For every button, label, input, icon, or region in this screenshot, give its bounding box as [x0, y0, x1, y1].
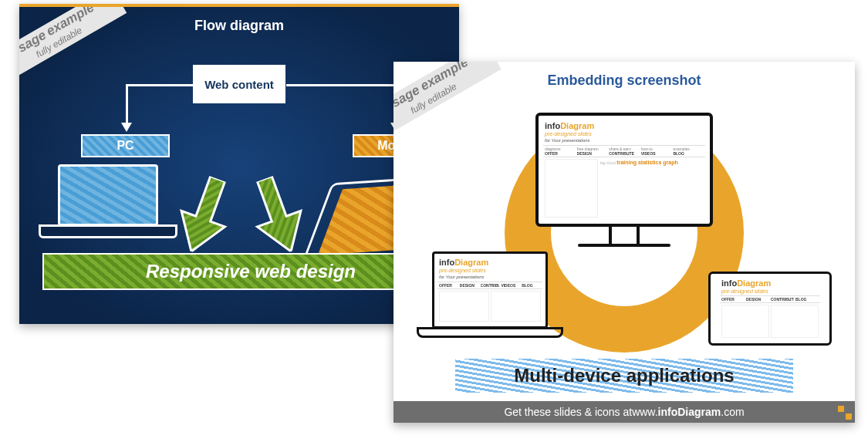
arrow-down-icon: [121, 123, 132, 132]
tablet-icon: infoDiagram pre-designed slides OFFER DE…: [708, 272, 832, 346]
laptop-icon: infoDiagram pre-designed slides for Your…: [417, 251, 563, 349]
pc-tag: PC: [81, 134, 170, 157]
site-nav: diagramsOFFER free diagramDESIGN share &…: [543, 145, 705, 157]
slide1-title: Flow diagram: [19, 18, 459, 34]
logo-corner-icon: [838, 406, 852, 420]
footer-bar: Get these slides & icons at www.infoDiag…: [393, 401, 855, 423]
multi-device-applications-bar: Multi-device applications: [455, 359, 793, 393]
web-content-box: Web content: [193, 65, 285, 103]
connector-line: [286, 84, 397, 86]
website-screenshot: infoDiagram pre-designed slides for Your…: [437, 257, 542, 323]
arrow-down-icon: [239, 170, 316, 261]
website-screenshot: infoDiagram pre-designed slides for Your…: [543, 120, 705, 219]
connector-line: [126, 84, 128, 124]
arrow-down-icon: [166, 170, 243, 261]
website-screenshot: infoDiagram pre-designed slides OFFER DE…: [720, 278, 820, 339]
usage-example-ribbon: Usage example fully editable: [19, 4, 127, 86]
connector-line: [126, 84, 194, 86]
monitor-icon: infoDiagram pre-designed slides for Your…: [535, 113, 713, 259]
slide2-title: Embedding screenshot: [393, 73, 855, 89]
laptop-icon: [39, 164, 177, 249]
slide-embedding-screenshot: Usage example fully editable Embedding s…: [393, 62, 855, 423]
